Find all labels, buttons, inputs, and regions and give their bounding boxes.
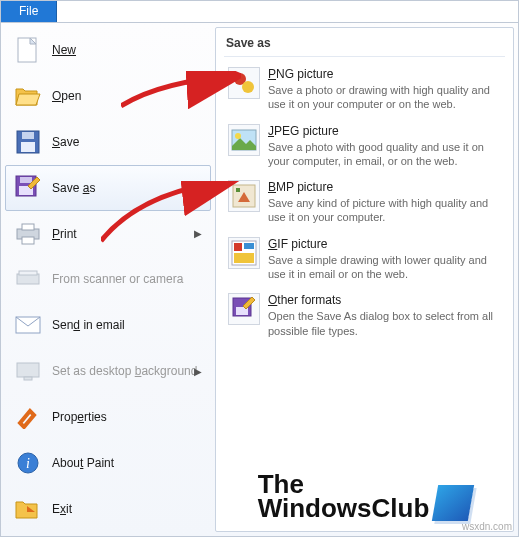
svg-point-20 [235,133,241,139]
ribbon-bar: File [1,1,518,23]
menu-item-properties[interactable]: Properties [5,394,211,440]
print-icon [14,220,42,248]
menu-item-label: Send in email [52,318,125,332]
menu-item-label: Exit [52,502,72,516]
logo-mark [432,485,474,521]
exit-icon [14,495,42,523]
menu-item-exit[interactable]: Exit [5,486,211,532]
svg-rect-24 [234,243,242,251]
properties-icon [14,403,42,431]
svg-rect-13 [17,363,39,377]
format-png[interactable]: PNG picture Save a photo or drawing with… [224,63,505,120]
save-as-panel: Save as PNG picture Save a photo or draw… [215,27,514,532]
menu-item-label: Open [52,89,81,103]
menu-item-label: New [52,43,76,57]
format-bmp[interactable]: BMP picture Save any kind of picture wit… [224,176,505,233]
format-title: BMP picture [268,180,501,194]
format-desc: Save any kind of picture with high quali… [268,196,501,225]
svg-rect-25 [244,243,254,249]
format-title: PNG picture [268,67,501,81]
format-title: GIF picture [268,237,501,251]
jpeg-icon [228,124,260,156]
other-formats-icon [228,293,260,325]
menu-item-scanner: From scanner or camera [5,257,211,303]
file-menu-left: New Open Save Save as ▶ Print [5,27,211,532]
menu-item-new[interactable]: New [5,27,211,73]
gif-icon [228,237,260,269]
png-icon [228,67,260,99]
menu-item-label: About Paint [52,456,114,470]
svg-rect-3 [22,132,34,139]
bmp-icon [228,180,260,212]
menu-item-label: Print [52,227,77,241]
svg-rect-6 [20,177,32,183]
menu-item-save-as[interactable]: Save as ▶ [5,165,211,211]
menu-item-label: Set as desktop background [52,364,197,378]
about-icon: i [14,449,42,477]
logo-text: The WindowsClub [258,472,430,521]
svg-rect-9 [22,237,34,244]
save-as-icon [14,174,42,202]
chevron-right-icon: ▶ [194,366,202,377]
menu-item-label: From scanner or camera [52,272,183,286]
email-icon [14,311,42,339]
svg-rect-11 [19,271,37,275]
file-tab[interactable]: File [1,1,57,22]
watermark: wsxdn.com [462,521,512,532]
svg-rect-2 [21,142,35,152]
panel-title: Save as [224,34,505,57]
file-menu: New Open Save Save as ▶ Print [1,23,518,536]
format-jpeg[interactable]: JPEG picture Save a photo with good qual… [224,120,505,177]
svg-rect-8 [22,224,34,230]
format-title: JPEG picture [268,124,501,138]
menu-item-print[interactable]: Print ▶ [5,211,211,257]
svg-text:i: i [26,456,30,471]
chevron-right-icon: ▶ [194,228,202,239]
svg-rect-26 [234,253,254,263]
chevron-right-icon: ▶ [194,182,202,193]
svg-point-18 [242,81,254,93]
new-icon [14,36,42,64]
menu-item-desktop-bg: Set as desktop background ▶ [5,348,211,394]
menu-item-about[interactable]: i About Paint [5,440,211,486]
desktop-bg-icon [14,357,42,385]
format-desc: Open the Save As dialog box to select fr… [268,309,501,338]
svg-rect-14 [24,377,32,380]
menu-item-email[interactable]: Send in email [5,302,211,348]
format-title: Other formats [268,293,501,307]
logo: The WindowsClub [224,462,505,523]
menu-item-save[interactable]: Save [5,119,211,165]
format-other[interactable]: Other formats Open the Save As dialog bo… [224,289,505,346]
menu-item-label: Properties [52,410,107,424]
save-icon [14,128,42,156]
svg-rect-22 [236,188,240,192]
format-desc: Save a photo with good quality and use i… [268,140,501,169]
format-desc: Save a simple drawing with lower quality… [268,253,501,282]
format-desc: Save a photo or drawing with high qualit… [268,83,501,112]
menu-item-open[interactable]: Open [5,73,211,119]
menu-item-label: Save [52,135,79,149]
format-gif[interactable]: GIF picture Save a simple drawing with l… [224,233,505,290]
menu-item-label: Save as [52,181,95,195]
open-icon [14,82,42,110]
scanner-icon [14,265,42,293]
